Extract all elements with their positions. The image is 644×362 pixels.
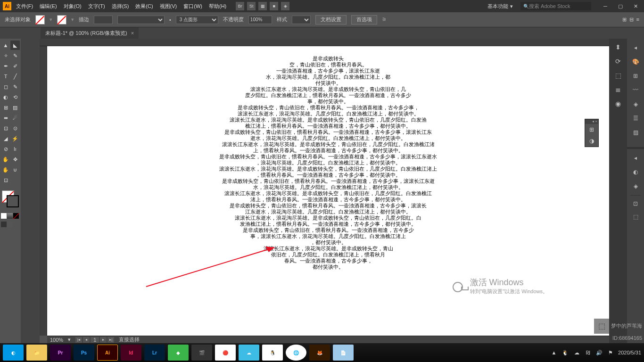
document-tab[interactable]: 未标题-1* @ 100% (RGB/像素预览) × [41,27,139,39]
fill-swatch[interactable] [35,15,45,25]
tool-button[interactable]: ⊡ [1,175,10,185]
header-icon[interactable]: ▦ [258,2,267,10]
menu-item[interactable]: 视图(V) [160,3,177,10]
minimize-icon[interactable]: ─ [600,2,611,10]
panel-align-icon[interactable]: ⊞ [585,124,598,135]
artboard-number[interactable]: 1 [91,337,99,343]
tool-button[interactable]: ◣ [10,41,20,50]
document-setup-button[interactable]: 文档设置 [315,15,347,25]
screen-mode[interactable] [1,222,7,227]
menu-icon[interactable]: ≡ [636,16,639,23]
artboard[interactable]: 是非成败转头空，青山依旧在，惯看秋月春风。一壶浊酒喜相逢，古今多少事，滚滚长江东… [47,46,609,336]
artboards-panel-icon[interactable]: ⬚ [630,212,641,222]
screen-mode[interactable] [7,222,13,227]
tool-button[interactable]: ╱ [10,72,20,81]
tool-button[interactable]: ✧ [1,51,10,60]
header-icon[interactable]: ◈ [281,2,289,10]
menu-item[interactable]: 编辑(E) [40,3,57,10]
preferences-button[interactable]: 首选项 [351,15,377,25]
taskbar-photoshop-icon[interactable]: Ps [74,345,94,361]
tool-button[interactable]: ▨ [10,103,20,112]
nav-next-icon[interactable]: ▸ [100,337,107,343]
taskbar-browser-icon[interactable]: ◐ [3,345,24,361]
properties-icon[interactable]: ⬍ [611,41,625,54]
ruler-vertical[interactable] [40,46,47,336]
menu-item[interactable]: 文件(F) [16,3,33,10]
menu-item[interactable]: 效果(C) [135,3,153,10]
align-icon[interactable]: ⊞ [622,16,627,23]
header-icon[interactable]: ■ [270,2,278,10]
menu-item[interactable]: 窗口(W) [183,3,202,10]
layers2-panel-icon[interactable]: ◈ [630,181,641,191]
workspace-switcher[interactable]: 基本功能▾ [484,2,517,11]
tool-button[interactable]: ⊙ [10,123,20,133]
tray-qq-icon[interactable]: 🐧 [561,349,569,356]
tray-up-icon[interactable]: ▲ [550,349,558,356]
taskbar-app2-icon[interactable]: 🎬 [191,345,212,361]
taskbar-app1-icon[interactable]: ◆ [168,345,189,361]
taskbar-lightroom-icon[interactable]: Lr [144,345,165,361]
taskbar-chrome-icon[interactable]: 🌐 [286,345,306,361]
menu-item[interactable]: 对象(O) [64,3,82,10]
close-icon[interactable]: ✕ [630,2,641,10]
stroke-swatch[interactable] [57,15,66,25]
graphic-styles-icon[interactable]: ◐ [630,167,641,177]
tool-button[interactable]: ⚡ [10,134,20,143]
asset-export-icon[interactable]: ⊡ [630,198,641,209]
tray-flag-icon[interactable]: ⚑ [607,349,614,356]
gradient-panel-icon[interactable]: ☰ [630,113,641,123]
menu-item[interactable]: 文字(T) [88,3,105,10]
cc-icon[interactable]: ◉ [611,97,625,110]
tool-button[interactable]: ▲ [1,41,10,50]
tray-vol-icon[interactable]: 🔊 [595,349,603,356]
opacity-input[interactable] [248,16,272,24]
tray-net-icon[interactable]: ₪ [584,349,592,356]
header-icon[interactable]: Br [236,2,244,10]
tool-button[interactable]: ⟲ [10,92,20,102]
taskbar-explorer-icon[interactable]: 📁 [26,345,47,361]
nav-first-icon[interactable]: |◂ [75,337,82,343]
tool-button[interactable]: ⊘ [1,144,10,154]
tool-button[interactable]: ✋ [1,155,10,164]
libraries-icon[interactable]: ⟳ [611,55,625,68]
swatches-panel-icon[interactable]: 🎨 [630,57,641,67]
zoom-level[interactable]: 100% [50,337,63,343]
nav-prev-icon[interactable]: ◂ [83,337,90,343]
appearance-panel-icon[interactable]: ◂ [630,153,641,163]
color-mode-gradient[interactable] [7,213,13,219]
area-type-object[interactable]: 是非成败转头空，青山依旧在，惯看秋月春风。一壶浊酒喜相逢，古今多少事，滚滚长江东… [206,56,451,270]
tool-button[interactable]: ☄ [10,113,20,123]
taskbar-premiere-icon[interactable]: Pr [50,345,71,361]
taskbar-illustrator-icon[interactable]: Ai [97,345,118,361]
stroke-profile-select[interactable] [117,16,165,24]
panel-close-icon[interactable]: ◂ × [592,119,597,124]
export-icon[interactable]: ⬚ [611,69,625,82]
taskbar-app3-icon[interactable]: 🔴 [215,345,236,361]
tray-date[interactable]: 2020/5/31 [618,350,641,355]
arrange-icon[interactable]: ⊟ [629,16,634,23]
stroke-panel-icon[interactable]: ◈ [630,99,641,109]
tool-button[interactable]: ✎ [10,82,20,91]
header-icon[interactable]: St [247,2,256,10]
tool-button[interactable]: ✥ [10,155,20,164]
maximize-icon[interactable]: ▢ [615,2,626,10]
tool-button[interactable]: lı [10,144,20,154]
style-select[interactable] [292,16,311,24]
brush-select[interactable]: 3 点圆形 [176,16,218,24]
panel-pathfinder-icon[interactable]: ◑ [585,135,598,147]
tool-button[interactable]: T [1,72,10,81]
tool-button[interactable]: ◢ [1,134,10,143]
nav-last-icon[interactable]: ▸| [107,337,114,343]
tool-button[interactable]: ✐ [10,61,20,71]
taskbar-notepad-icon[interactable]: 📄 [333,345,354,361]
tool-button[interactable]: ◻ [1,82,10,91]
tray-cloud-icon[interactable]: ☁ [573,349,580,356]
color-panel-icon[interactable]: ◂ [630,42,641,53]
menu-item[interactable]: 帮助(H) [209,3,226,10]
tool-button[interactable]: ✋ [1,165,10,174]
taskbar-firefox-icon[interactable]: 🦊 [309,345,330,361]
tool-button[interactable]: ⊞ [1,103,10,112]
tool-button[interactable] [10,175,20,185]
layers-icon[interactable]: ≣ [611,83,625,96]
tool-button[interactable]: ⬌ [1,113,10,123]
